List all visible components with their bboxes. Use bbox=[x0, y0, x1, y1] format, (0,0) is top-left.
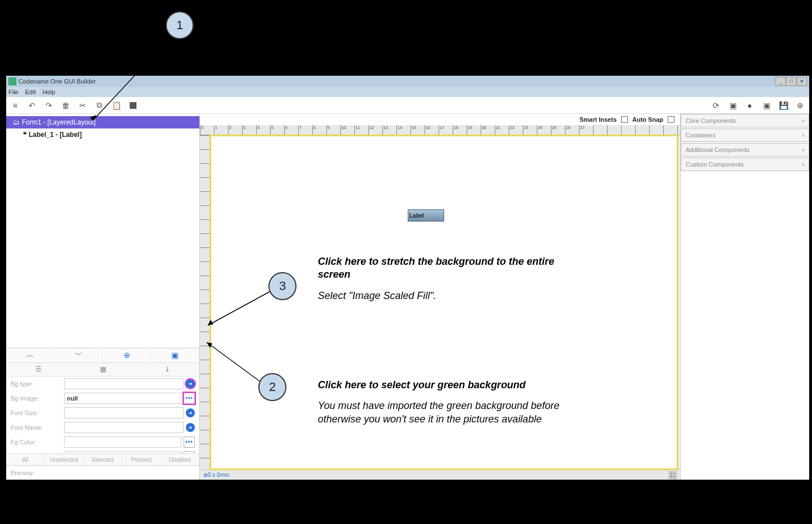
toolbar-right: ⟳ ▣ ● ▣ 💾 ⊕ bbox=[711, 101, 805, 110]
minimize-button[interactable]: _ bbox=[775, 77, 786, 86]
badge-2-number: 2 bbox=[269, 380, 276, 394]
prop-view-tabs: ☰ ▦ ⤓ bbox=[6, 363, 199, 376]
add-icon[interactable]: ⊕ bbox=[103, 348, 151, 362]
save-icon[interactable]: 💾 bbox=[779, 101, 788, 110]
accordion-additional-components[interactable]: Additional Components › bbox=[681, 143, 809, 157]
accordion-containers-label: Containers bbox=[686, 132, 715, 139]
prop-controls: ︿ ﹀ ⊕ ▣ bbox=[6, 348, 199, 363]
annotation-badge-1: 1 bbox=[166, 11, 194, 39]
prop-row-bg-image: Bg Image: ••• bbox=[6, 391, 199, 406]
svg-marker-5 bbox=[207, 342, 212, 348]
prop-row-fg-color: Fg Color: ••• bbox=[6, 435, 199, 449]
prop-row-bg-color: Bg Color: ••• bbox=[6, 449, 199, 454]
plus-circle-icon[interactable]: ⊕ bbox=[796, 101, 805, 110]
annotation-badge-3: 3 bbox=[268, 272, 296, 300]
left-panel: 🗂 Form1 - [LayeredLayout] ❝ Label_1 - [L… bbox=[6, 114, 200, 480]
menu-file[interactable]: File bbox=[8, 89, 19, 95]
quote-icon: ❝ bbox=[23, 131, 26, 139]
prop-row-bg-type: Bg type: ➜ bbox=[6, 376, 199, 391]
auto-snap-label: Auto Snap bbox=[632, 116, 663, 123]
refresh-icon[interactable]: ⟳ bbox=[711, 101, 720, 110]
label-component[interactable]: Label bbox=[408, 209, 444, 222]
expand-down-icon[interactable]: ﹀ bbox=[54, 348, 103, 362]
app-icon bbox=[8, 77, 16, 85]
fg-color-input[interactable] bbox=[64, 436, 181, 448]
auto-snap-checkbox[interactable] bbox=[668, 116, 674, 123]
right-panel: Core Components › Containers › Additiona… bbox=[680, 114, 809, 480]
state-tab-selected[interactable]: Selected bbox=[84, 454, 122, 465]
annotation-3-text: Click here to stretch the background to … bbox=[318, 255, 587, 302]
state-tab-all[interactable]: All bbox=[6, 454, 45, 465]
chevron-right-icon: › bbox=[802, 117, 804, 125]
chevron-right-icon: › bbox=[802, 146, 804, 154]
bg-type-input[interactable] bbox=[64, 378, 184, 389]
list-view-icon[interactable]: ☰ bbox=[6, 363, 71, 376]
bg-image-label: Bg Image: bbox=[11, 395, 64, 402]
tree-node-label1[interactable]: ❝ Label_1 - [Label] bbox=[6, 128, 199, 141]
annotation-2-italic: You must have imported the green backgro… bbox=[318, 399, 587, 426]
grid-view-icon[interactable]: ▦ bbox=[71, 363, 135, 376]
menu-help[interactable]: Help bbox=[43, 89, 56, 95]
accordion-core-components[interactable]: Core Components › bbox=[681, 114, 809, 127]
annotation-3-bold: Click here to stretch the background to … bbox=[318, 255, 587, 282]
collapse-up-icon[interactable]: ︿ bbox=[6, 348, 54, 362]
redo-icon[interactable]: ↷ bbox=[44, 101, 53, 110]
hamburger-icon[interactable]: ≡ bbox=[11, 101, 20, 110]
circle-icon[interactable]: ● bbox=[745, 101, 754, 110]
badge-3-number: 3 bbox=[279, 279, 286, 293]
image-icon[interactable]: ▣ bbox=[728, 101, 737, 110]
maximize-button[interactable]: □ bbox=[786, 77, 796, 86]
arrow-3 bbox=[202, 286, 275, 331]
font-name-button[interactable]: ➜ bbox=[186, 423, 195, 432]
accordion-custom-components[interactable]: Custom Components › bbox=[681, 158, 809, 171]
folder-icon: 🗂 bbox=[13, 118, 20, 126]
window-controls: _ □ ✕ bbox=[775, 77, 807, 86]
download-icon[interactable]: ⤓ bbox=[135, 363, 199, 376]
smart-insets-checkbox[interactable] bbox=[621, 116, 628, 123]
state-tab-disabled[interactable]: Disabled bbox=[161, 454, 199, 465]
component-tree: 🗂 Form1 - [LayeredLayout] ❝ Label_1 - [L… bbox=[6, 114, 199, 348]
font-name-label: Font Name: bbox=[11, 424, 64, 431]
tree-node-label1-label: Label_1 - [Label] bbox=[29, 131, 82, 139]
annotation-badge-2: 2 bbox=[258, 373, 286, 401]
bg-image-button[interactable]: ••• bbox=[184, 393, 195, 404]
image2-icon[interactable]: ▣ bbox=[762, 101, 771, 110]
font-size-button[interactable]: ➜ bbox=[186, 408, 195, 417]
prop-row-font-name: Font Name: ➜ bbox=[6, 420, 199, 435]
bg-image-input[interactable] bbox=[64, 393, 181, 404]
fg-color-button[interactable]: ••• bbox=[184, 436, 195, 448]
canvas-status-bar: ⊕ 0 x 0mm bbox=[200, 470, 680, 480]
svg-line-2 bbox=[208, 292, 270, 325]
close-button[interactable]: ✕ bbox=[797, 77, 807, 86]
accordion-containers[interactable]: Containers › bbox=[681, 128, 809, 142]
properties-list: Bg type: ➜ Bg Image: ••• Font Size: ➜ Fo… bbox=[6, 376, 199, 454]
svg-line-4 bbox=[207, 342, 260, 381]
font-size-input[interactable] bbox=[64, 407, 184, 419]
bg-type-button[interactable]: ➜ bbox=[186, 379, 195, 388]
canvas-status-text: 0 x 0mm bbox=[208, 472, 229, 478]
preview-label: Preview: bbox=[6, 466, 199, 480]
prop-row-font-size: Font Size: ➜ bbox=[6, 406, 199, 420]
font-name-input[interactable] bbox=[64, 422, 184, 433]
arrow-1 bbox=[84, 34, 197, 129]
annotation-2-bold: Click here to select your green backgrou… bbox=[318, 379, 587, 392]
chevron-right-icon: › bbox=[802, 160, 804, 168]
chevron-right-icon: › bbox=[802, 131, 804, 139]
state-tabs: All Unselected Selected Pressed Disabled bbox=[6, 453, 199, 466]
grid-toggle-icon[interactable] bbox=[669, 471, 677, 479]
menu-edit[interactable]: Edit bbox=[25, 89, 36, 95]
smart-insets-label: Smart Insets bbox=[580, 116, 617, 123]
preview-icon[interactable]: ▣ bbox=[151, 348, 199, 362]
accordion-core-label: Core Components bbox=[686, 117, 736, 124]
label-text: Label bbox=[409, 213, 424, 219]
state-tab-pressed[interactable]: Pressed bbox=[122, 454, 161, 465]
state-tab-unselected[interactable]: Unselected bbox=[45, 454, 84, 465]
font-size-label: Font Size: bbox=[11, 410, 64, 416]
accordion-custom-label: Custom Components bbox=[686, 161, 743, 168]
horizontal-ruler: 0123456789101112131415161718192021222324… bbox=[200, 125, 680, 135]
undo-icon[interactable]: ↶ bbox=[28, 101, 37, 110]
svg-line-0 bbox=[93, 39, 168, 121]
delete-icon[interactable]: 🗑 bbox=[61, 101, 70, 110]
fg-color-label: Fg Color: bbox=[11, 439, 64, 445]
annotation-2-text: Click here to select your green backgrou… bbox=[318, 379, 587, 426]
